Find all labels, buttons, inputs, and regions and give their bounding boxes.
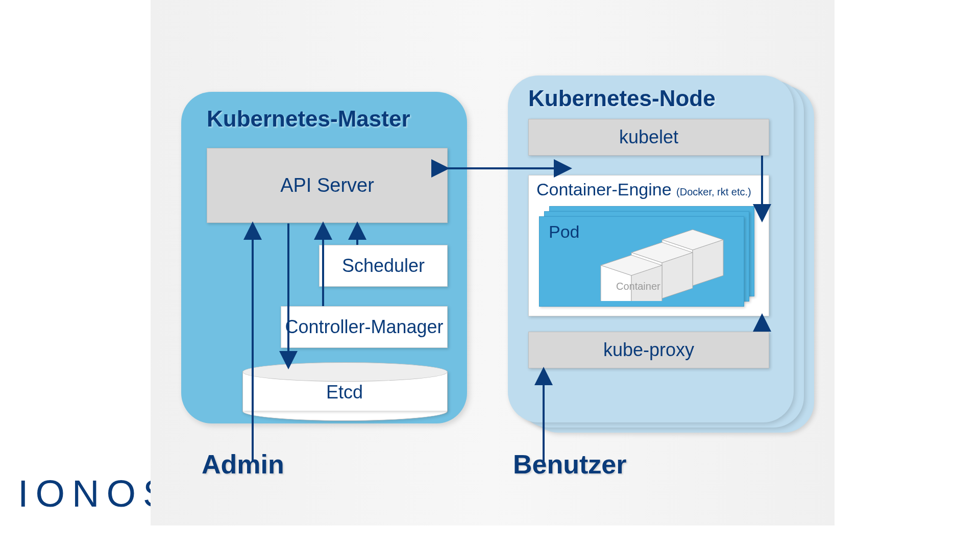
container-engine-box: Container-Engine (Docker, rkt etc.) Pod (528, 175, 769, 316)
node-title: Kubernetes-Node (528, 86, 716, 111)
etcd-cylinder: Etcd (242, 362, 447, 411)
container-label: Container (616, 281, 660, 292)
api-server-box: API Server (207, 148, 448, 223)
user-actor-label: Benutzer (513, 449, 626, 480)
pod-stack: Pod (539, 206, 753, 306)
diagram-stage: Kubernetes-Master API Server Scheduler C… (151, 0, 835, 525)
master-title: Kubernetes-Master (207, 106, 410, 132)
engine-subtitle: (Docker, rkt etc.) (676, 186, 751, 197)
kubelet-box: kubelet (528, 119, 769, 156)
pod-label: Pod (549, 222, 580, 242)
etcd-cylinder-top (242, 362, 448, 382)
kubernetes-master-panel: Kubernetes-Master API Server Scheduler C… (181, 92, 467, 423)
etcd-label: Etcd (242, 382, 447, 403)
kube-proxy-box: kube-proxy (528, 332, 769, 368)
controller-manager-box: Controller-Manager (281, 306, 448, 348)
pod-card-front: Pod (539, 216, 744, 307)
kubernetes-node-card-front: Kubernetes-Node kubelet Container-Engine… (508, 76, 794, 422)
admin-actor-label: Admin (202, 449, 284, 480)
container-engine-title: Container-Engine (Docker, rkt etc.) (536, 180, 751, 199)
container-boxes-icon: Container (596, 224, 728, 301)
engine-name: Container-Engine (536, 180, 672, 199)
kubernetes-node-stack: Kubernetes-Node kubelet Container-Engine… (508, 76, 809, 428)
scheduler-box: Scheduler (319, 245, 448, 287)
